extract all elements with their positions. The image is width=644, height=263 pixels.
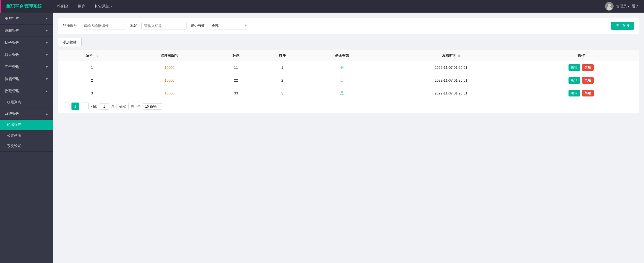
chevron-up-icon: ▲ (45, 112, 48, 116)
sidebar: 用户管理 ▼ 兼职管理 ▼ 帖子管理 ▼ 聊天管理 ▼ (0, 13, 53, 263)
cell-publish-time: 2022-11-07 01:26:51 (379, 87, 523, 100)
status-select-wrapper: 全部 是 否 ▾ (209, 22, 249, 29)
sidebar-section-ads: 广告管理 ▼ (0, 61, 53, 73)
avatar (605, 2, 614, 11)
title-input[interactable] (141, 22, 187, 29)
main-layout: 用户管理 ▼ 兼职管理 ▼ 帖子管理 ▼ 聊天管理 ▼ (0, 13, 644, 263)
col-sort: 排序 (259, 50, 306, 61)
disable-button[interactable]: 禁用 (582, 90, 594, 96)
cell-actions: 编辑 禁用 (523, 61, 639, 74)
prev-page-button[interactable]: ‹ (62, 103, 69, 110)
top-nav-menu: 控制台 用户 其它系统 ▾ (53, 0, 605, 13)
table-row: 1 10000 11 1 是 2022-11-07 01:26:51 编辑 禁用 (58, 61, 639, 74)
page-label: 页 (111, 104, 115, 109)
carousel-table: 编号.. ⇅ 管理员编号 标题 排序 是否有效 (58, 50, 639, 100)
sidebar-group-parttime[interactable]: 兼职管理 ▼ (0, 25, 53, 37)
table-row: 3 10000 33 3 是 2022-11-07 01:26:51 编辑 禁用 (58, 87, 639, 100)
sort-icon: ⇅ (96, 54, 98, 57)
cell-title: 22 (213, 74, 259, 87)
col-admin-id: 管理员编号 (126, 50, 213, 61)
chevron-down-icon: ▼ (45, 17, 48, 20)
sidebar-group-inbox[interactable]: 信箱管理 ▼ (0, 73, 53, 85)
add-carousel-button[interactable]: 添加轮播 (58, 38, 82, 47)
sidebar-section-users: 用户管理 ▼ (0, 13, 53, 25)
sidebar-item-favorites-list[interactable]: 收藏列表 (0, 97, 53, 108)
nav-item-dashboard[interactable]: 控制台 (53, 0, 73, 13)
cell-actions: 编辑 禁用 (523, 74, 639, 87)
title-label: 标题 (130, 23, 137, 28)
cell-sort: 2 (259, 74, 306, 87)
edit-button[interactable]: 编辑 (569, 64, 580, 71)
search-button[interactable]: 🔍 查询 (611, 22, 634, 30)
cell-publish-time: 2022-11-07 01:26:51 (379, 74, 523, 87)
sidebar-section-favorites: 收藏管理 ▲ 收藏列表 (0, 85, 53, 108)
edit-button[interactable]: 编辑 (569, 90, 580, 96)
sidebar-group-system[interactable]: 系统管理 ▲ (0, 108, 53, 120)
cell-status: 是 (306, 61, 379, 74)
cell-id: 2 (58, 74, 126, 87)
chevron-down-icon: ▾ (628, 4, 629, 8)
admin-label[interactable]: 管理员 ▾ (616, 4, 629, 9)
per-page-select[interactable]: 10 条/页 20 条/页 50 条/页 (143, 103, 162, 110)
carousel-id-label: 轮播编号 (63, 23, 77, 28)
col-status: 是否有效 (306, 50, 379, 61)
sort-icon: ⇅ (458, 54, 460, 57)
disable-button[interactable]: 禁用 (582, 77, 594, 84)
chevron-up-icon: ▲ (45, 89, 48, 93)
search-icon: 🔍 (616, 24, 620, 28)
chevron-down-icon: ▾ (110, 5, 112, 8)
cell-sort: 3 (259, 87, 306, 100)
top-nav: 兼职平台管理系统 控制台 用户 其它系统 ▾ 管理员 ▾ 退了 (0, 0, 644, 13)
page-confirm-button[interactable]: 确定 (117, 103, 129, 110)
sidebar-group-chat[interactable]: 聊天管理 ▼ (0, 49, 53, 61)
col-id: 编号.. ⇅ (58, 50, 126, 61)
page-input[interactable] (99, 103, 109, 110)
status-select[interactable]: 全部 是 否 (209, 22, 249, 29)
svg-point-2 (607, 7, 612, 10)
chevron-down-icon: ▼ (45, 65, 48, 69)
sidebar-section-chat: 聊天管理 ▼ (0, 49, 53, 61)
cell-publish-time: 2022-11-07 01:26:51 (379, 61, 523, 74)
sidebar-item-settings[interactable]: 系统设置 (0, 141, 53, 151)
pagination-bar: ‹ 1 › 到第 页 确定 共 3 条 10 条/页 20 条/页 50 条/页 (58, 100, 639, 113)
chevron-down-icon: ▼ (45, 29, 48, 32)
app-title: 兼职平台管理系统 (6, 3, 42, 9)
chevron-down-icon: ▼ (45, 53, 48, 57)
cell-admin-id: 10000 (126, 87, 213, 100)
nav-item-users[interactable]: 用户 (73, 0, 90, 13)
cell-title: 33 (213, 87, 259, 100)
sidebar-section-inbox: 信箱管理 ▼ (0, 73, 53, 85)
logout-button[interactable]: 退了 (632, 4, 639, 9)
status-label: 是否有效 (191, 23, 205, 28)
cell-actions: 编辑 禁用 (523, 87, 639, 100)
nav-item-other[interactable]: 其它系统 ▾ (90, 0, 117, 13)
cell-id: 1 (58, 61, 126, 74)
app-logo: 兼职平台管理系统 (0, 0, 53, 13)
cell-admin-id: 10000 (126, 61, 213, 74)
sidebar-item-carousel[interactable]: 轮播列表 (0, 120, 53, 130)
sidebar-section-posts: 帖子管理 ▼ (0, 37, 53, 49)
top-nav-right: 管理员 ▾ 退了 (605, 2, 644, 11)
disable-button[interactable]: 禁用 (582, 64, 594, 71)
carousel-id-input[interactable] (81, 22, 126, 29)
edit-button[interactable]: 编辑 (569, 77, 580, 84)
sidebar-group-ads[interactable]: 广告管理 ▼ (0, 61, 53, 73)
col-publish-time: 发布时间 ⇅ (379, 50, 523, 61)
content-area: 轮播编号 标题 是否有效 全部 是 否 ▾ 🔍 查询 添加轮播 (53, 13, 644, 263)
cell-status: 是 (306, 74, 379, 87)
sidebar-section-parttime: 兼职管理 ▼ (0, 25, 53, 37)
action-bar: 添加轮播 (58, 38, 639, 47)
sidebar-item-announcements[interactable]: 公告列表 (0, 130, 53, 141)
cell-sort: 1 (259, 61, 306, 74)
table-wrapper: 编号.. ⇅ 管理员编号 标题 排序 是否有效 (58, 50, 639, 113)
total-text: 共 3 条 (131, 104, 141, 109)
table-header-row: 编号.. ⇅ 管理员编号 标题 排序 是否有效 (58, 50, 639, 61)
sidebar-group-posts[interactable]: 帖子管理 ▼ (0, 37, 53, 49)
page-1-button[interactable]: 1 (71, 103, 79, 110)
sidebar-group-favorites[interactable]: 收藏管理 ▲ (0, 85, 53, 97)
svg-point-1 (608, 4, 611, 7)
next-page-button[interactable]: › (81, 103, 89, 110)
col-title: 标题 (213, 50, 259, 61)
sidebar-group-users[interactable]: 用户管理 ▼ (0, 13, 53, 24)
col-actions: 操作 (523, 50, 639, 61)
